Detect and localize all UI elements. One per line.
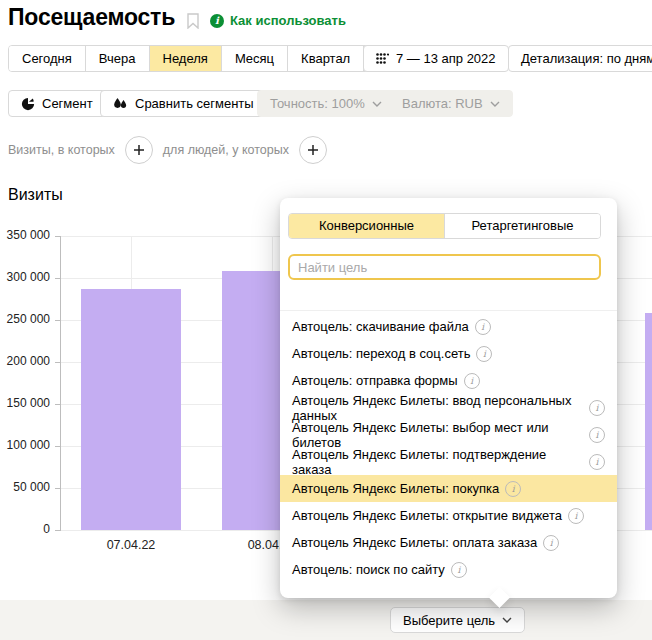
chevron-down-icon [372,101,382,107]
goal-label: Автоцель Яндекс Билеты: выбор мест или б… [292,420,583,450]
goal-label: Автоцель: поиск по сайту [292,562,445,577]
goal-label: Автоцель Яндекс Билеты: ввод персональны… [292,393,583,423]
calendar-grid-icon [376,53,389,64]
goal-list-item[interactable]: Автоцель Яндекс Билеты: подтверждение за… [280,448,617,475]
goal-list-item[interactable]: Автоцель Яндекс Билеты: покупкаi [280,475,617,502]
segment-pie-icon [21,97,35,111]
y-axis-tick-label: 50 000 [0,480,50,494]
goal-list-item[interactable]: Автоцель Яндекс Билеты: открытие виджета… [280,502,617,529]
y-axis-tick-label: 150 000 [0,396,50,410]
goal-label: Автоцель: отправка формы [292,373,458,388]
goal-list-item[interactable]: Автоцель: скачивание файлаi [280,313,617,340]
y-axis-tick-label: 100 000 [0,438,50,452]
filter-row: Визиты, в которых для людей, у которых [8,136,327,164]
bookmark-icon[interactable] [187,13,199,29]
y-axis-tick [55,320,60,321]
detail-level-label: Детализация: по дням [521,51,652,66]
goal-selector-popup: КонверсионныеРетаргетинговые Автоцель: с… [280,198,617,598]
goal-list: Автоцель: скачивание файлаiАвтоцель: пер… [280,313,617,583]
y-axis-tick-label: 250 000 [0,312,50,326]
period-tab-Вчера[interactable]: Вчера [86,46,150,71]
period-tab-Сегодня[interactable]: Сегодня [9,46,86,71]
chart-title: Визиты [8,186,63,204]
date-range-button[interactable]: 7 — 13 апр 2022 [363,45,509,72]
add-people-filter-button[interactable] [299,136,327,164]
how-to-use-link[interactable]: i Как использовать [210,13,346,28]
y-axis-tick-label: 350 000 [0,228,50,242]
page-title: Посещаемость [8,4,175,31]
y-axis-tick [55,530,60,531]
yandex-metrica-traffic-page: Посещаемость i Как использовать СегодняВ… [0,0,652,640]
bar-07.04.22[interactable] [81,289,181,530]
period-tab-Неделя[interactable]: Неделя [150,46,222,71]
visits-filter-label: Визиты, в которых [8,143,115,157]
period-tab-Квартал[interactable]: Квартал [288,46,364,71]
goal-tab-Ретаргетинговые[interactable]: Ретаргетинговые [444,214,600,238]
date-range-label: 7 — 13 апр 2022 [396,51,496,66]
info-icon[interactable]: i [464,373,480,389]
y-axis-line [60,236,61,531]
y-axis-tick [55,404,60,405]
info-icon[interactable]: i [505,481,521,497]
y-axis-tick [55,236,60,237]
people-filter-label: для людей, у которых [163,143,289,157]
goal-list-item[interactable]: Автоцель: переход в соц.сетьi [280,340,617,367]
info-icon[interactable]: i [589,400,605,416]
accuracy-button[interactable]: Точность: 100% [257,90,395,117]
y-axis-tick [55,278,60,279]
y-axis-tick-label: 0 [0,522,50,536]
period-tabs: СегодняВчераНеделяМесяцКварталГод [8,45,412,72]
info-icon[interactable]: i [568,508,584,524]
info-icon[interactable]: i [476,346,492,362]
currency-button[interactable]: Валюта: RUB [389,90,513,117]
y-axis-tick-label: 200 000 [0,354,50,368]
goal-type-tabs: КонверсионныеРетаргетинговые [288,213,601,239]
period-tab-Месяц[interactable]: Месяц [222,46,288,71]
info-icon[interactable]: i [543,535,559,551]
compare-drops-icon [113,97,128,111]
goal-list-item[interactable]: Автоцель Яндекс Билеты: выбор мест или б… [280,421,617,448]
how-to-use-label: Как использовать [230,13,346,28]
goal-label: Автоцель: скачивание файла [292,319,469,334]
goal-tab-Конверсионные[interactable]: Конверсионные [289,214,444,238]
info-icon[interactable]: i [475,319,491,335]
detail-level-button[interactable]: Детализация: по дням [508,45,652,72]
x-axis-tick-label: 07.04.22 [81,538,181,552]
popup-divider [280,310,617,311]
goal-label: Автоцель Яндекс Билеты: открытие виджета [292,508,562,523]
info-icon[interactable]: i [451,562,467,578]
currency-label: Валюта: RUB [402,96,483,111]
goal-label: Автоцель Яндекс Билеты: оплата заказа [292,535,537,550]
goal-search-input[interactable] [288,254,601,280]
chevron-down-icon [490,101,500,107]
compare-segments-label: Сравнить сегменты [135,96,254,111]
goal-label: Автоцель: переход в соц.сеть [292,346,470,361]
goal-label: Автоцель Яндекс Билеты: подтверждение за… [292,447,583,477]
bar-col-5[interactable] [645,313,652,530]
goal-list-item[interactable]: Автоцель Яндекс Билеты: оплата заказаi [280,529,617,556]
chevron-down-icon [502,617,512,623]
choose-goal-button[interactable]: Выберите цель [390,607,525,633]
goal-list-item[interactable]: Автоцель: поиск по сайтуi [280,556,617,583]
add-visit-filter-button[interactable] [125,136,153,164]
y-axis-tick [55,446,60,447]
accuracy-label: Точность: 100% [270,96,365,111]
segment-label: Сегмент [42,96,93,111]
y-axis-tick [55,488,60,489]
y-axis-tick [55,362,60,363]
footer-bar [0,600,652,640]
info-icon[interactable]: i [589,427,605,443]
goal-label: Автоцель Яндекс Билеты: покупка [292,481,499,496]
choose-goal-label: Выберите цель [403,613,495,628]
goal-list-item[interactable]: Автоцель: отправка формыi [280,367,617,394]
y-axis-tick-label: 300 000 [0,270,50,284]
goal-list-item[interactable]: Автоцель Яндекс Билеты: ввод персональны… [280,394,617,421]
info-icon[interactable]: i [589,454,605,470]
info-green-icon: i [210,14,224,28]
